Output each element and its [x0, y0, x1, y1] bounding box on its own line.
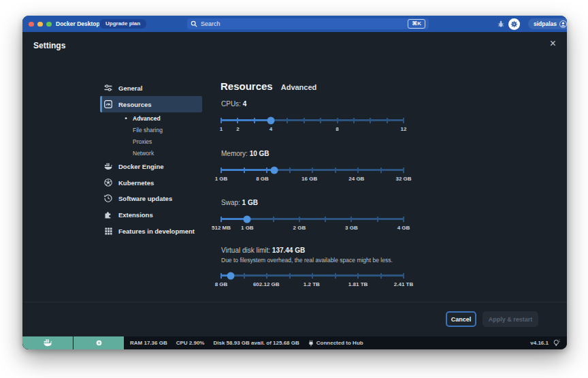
sidebar-item-label: Advanced [133, 115, 161, 122]
tick-label: 12 [401, 125, 407, 133]
sidebar-subitem-advanced[interactable]: • Advanced [123, 112, 202, 124]
sidebar-subitem-network[interactable]: Network [123, 147, 202, 159]
search-placeholder: Search [201, 20, 408, 27]
memory-slider-section: Memory: 10 GB 1 GB8 GB16 GB24 GB32 GB [220, 148, 404, 192]
tick-label: 8 GB [215, 281, 228, 289]
memory-value: 10 GB [250, 150, 270, 157]
disk-stat: Disk 58.93 GB avail. of 125.68 GB [213, 340, 299, 346]
tick-label: 4 GB [397, 224, 410, 232]
tick-label: 8 GB [256, 175, 269, 183]
titlebar: Docker Desktop Upgrade plan Search ⌘K [22, 16, 567, 32]
sidebar-item-resources[interactable]: Resources [100, 96, 202, 112]
tick-label: 1 [220, 125, 223, 133]
close-traffic-light[interactable] [29, 22, 34, 27]
sidebar-item-label: Kubernetes [118, 179, 154, 187]
swap-value: 1 GB [242, 199, 258, 206]
sidebar-subitem-file-sharing[interactable]: File sharing [123, 124, 202, 136]
tick-label: 2 GB [293, 224, 306, 232]
maximize-traffic-light[interactable] [46, 22, 52, 27]
sidebar-item-label: Features in development [118, 227, 195, 235]
engine-running-segment[interactable] [22, 336, 73, 349]
cpu-slider-section: CPUs: 4 124812 [220, 99, 404, 142]
sidebar-item-label: File sharing [133, 127, 163, 133]
bug-report-icon[interactable] [497, 20, 504, 28]
tick-label: 1.81 TB [348, 281, 368, 289]
cancel-button[interactable]: Cancel [446, 311, 476, 327]
sidebar-item-label: Proxies [133, 138, 152, 145]
disk-limit-label: Virtual disk limit: 137.44 GB [221, 245, 305, 256]
hub-status-label: Connected to Hub [316, 340, 363, 346]
status-right: v4.16.1 [530, 339, 560, 347]
cpu-tick-labels: 124812 [221, 125, 404, 133]
search-shortcut-badge: ⌘K [408, 19, 425, 29]
cpus-slider-thumb[interactable] [267, 116, 275, 124]
selected-bullet: • [123, 115, 129, 122]
gauge-icon [104, 100, 112, 108]
tick-label: 602.12 GB [253, 281, 280, 289]
tick-label: 512 MB [212, 224, 231, 232]
plug-icon [308, 340, 314, 347]
disk-slider-section: Virtual disk limit: 137.44 GB Due to fil… [220, 245, 404, 293]
minimize-traffic-light[interactable] [37, 22, 43, 27]
swap-slider[interactable] [221, 215, 404, 223]
sidebar-item-software-updates[interactable]: Software updates [100, 190, 202, 206]
kubernetes-helm-icon [104, 178, 112, 187]
user-account-button[interactable]: sidpalas [528, 18, 567, 29]
sidebar-item-label: Extensions [118, 211, 153, 219]
gear-icon [510, 20, 518, 28]
ram-stat: RAM 17.36 GB [130, 340, 167, 346]
close-icon[interactable]: × [550, 38, 556, 49]
tick-label: 3 GB [345, 224, 358, 232]
disk-slider-thumb[interactable] [227, 272, 235, 279]
sidebar-subitem-proxies[interactable]: Proxies [123, 136, 202, 147]
cpu-label: CPUs: 4 [221, 99, 246, 110]
tick-label: 2 [236, 125, 239, 133]
resources-heading: Resources [220, 80, 273, 92]
user-avatar-icon [559, 20, 567, 28]
settings-gear-button[interactable] [508, 18, 520, 30]
status-bar: RAM 17.36 GB CPU 2.90% Disk 58.93 GB ava… [22, 336, 567, 349]
sidebar-item-label: Resources [118, 101, 152, 108]
disk-limit-note: Due to filesystem overhead, the real ava… [221, 256, 393, 264]
swap-slider-thumb[interactable] [244, 215, 251, 223]
whale-status-icon [43, 339, 52, 347]
tick-label: 1.2 TB [304, 281, 320, 289]
upgrade-plan-button[interactable]: Upgrade plan [99, 19, 146, 29]
tick-label: 4 [270, 125, 272, 133]
tips-lightbulb-icon[interactable] [553, 339, 560, 347]
sliders-icon [104, 84, 112, 92]
disk-limit-value: 137.44 GB [272, 247, 305, 254]
status-dot-segment[interactable] [74, 336, 124, 349]
tick-label: 1 GB [241, 224, 254, 232]
swap-label: Swap: 1 GB [221, 198, 258, 208]
grid-icon [104, 227, 112, 235]
disk-tick-labels: 8 GB602.12 GB1.2 TB1.81 TB2.41 TB [221, 281, 404, 289]
footer-divider [22, 302, 567, 302]
sidebar-item-features-in-development[interactable]: Features in development [100, 223, 202, 239]
advanced-subheading: Advanced [281, 83, 317, 91]
swap-slider-section: Swap: 1 GB 512 MB1 GB2 GB3 GB4 GB [220, 198, 404, 241]
page-title: Settings [33, 41, 65, 50]
resource-stats: RAM 17.36 GB CPU 2.90% Disk 58.93 GB ava… [130, 340, 363, 347]
tick-label: 24 GB [348, 175, 364, 183]
sidebar-item-docker-engine[interactable]: Docker Engine [100, 158, 202, 174]
tick-label: 2.41 TB [394, 281, 413, 289]
hub-connection-status[interactable]: Connected to Hub [308, 340, 363, 347]
cpu-value: 4 [243, 100, 247, 108]
username: sidpalas [534, 20, 557, 27]
sidebar-item-label: Network [133, 150, 154, 157]
cpu-slider[interactable] [221, 116, 404, 124]
version-label: v4.16.1 [530, 340, 549, 346]
tick-label: 32 GB [395, 175, 411, 183]
memory-label: Memory: 10 GB [221, 148, 270, 159]
sidebar-item-kubernetes[interactable]: Kubernetes [100, 174, 202, 191]
sidebar-item-general[interactable]: General [100, 80, 202, 96]
search-icon [191, 20, 197, 27]
status-dot-icon [96, 340, 102, 346]
disk-slider[interactable] [221, 271, 404, 279]
content-heading: Resources Advanced [220, 80, 316, 92]
memory-slider-thumb[interactable] [270, 166, 278, 174]
search-input[interactable]: Search ⌘K [187, 18, 429, 29]
sidebar-item-extensions[interactable]: Extensions [100, 206, 202, 223]
memory-slider[interactable] [221, 166, 404, 174]
